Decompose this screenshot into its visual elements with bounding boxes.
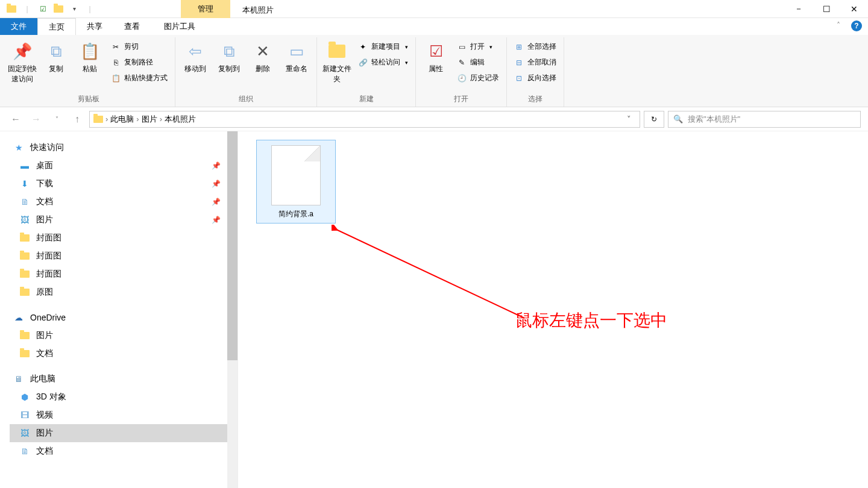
- quick-access-toolbar: | ☑ ▾ |: [0, 2, 96, 16]
- easy-access-icon: 🔗: [358, 58, 368, 67]
- qat-new-folder-icon[interactable]: [52, 2, 65, 16]
- ribbon-group-select: ⊞全部选择 ⊟全部取消 ⊡反向选择 选择: [507, 37, 564, 107]
- new-folder-button[interactable]: 新建文件夹: [322, 40, 352, 84]
- refresh-button[interactable]: ↻: [644, 111, 664, 128]
- thispc-icon: 🖥: [13, 374, 24, 384]
- tree-videos[interactable]: 🎞视频: [10, 406, 237, 424]
- documents-icon: 🗎: [19, 196, 30, 207]
- ribbon-group-open: ☑属性 ▭打开▾ ✎编辑 🕘历史记录 打开: [416, 37, 507, 107]
- tree-cover3[interactable]: 封面图: [10, 265, 237, 283]
- tree-label: 快速访问: [30, 142, 64, 153]
- pin-icon: 📌: [212, 161, 221, 170]
- open-button[interactable]: ▭打开▾: [454, 40, 502, 54]
- history-icon: 🕘: [457, 74, 467, 83]
- breadcrumb[interactable]: › 此电脑 › 图片 › 本机照片 ˅: [89, 111, 640, 128]
- tree-original[interactable]: 原图: [10, 283, 237, 301]
- tab-view[interactable]: 查看: [113, 18, 151, 35]
- edit-button[interactable]: ✎编辑: [454, 55, 502, 69]
- help-icon[interactable]: ?: [851, 20, 862, 31]
- up-button[interactable]: ↑: [69, 111, 86, 128]
- tree-thispc[interactable]: 🖥此电脑: [10, 370, 237, 388]
- folder-icon: [19, 269, 30, 280]
- new-item-icon: ✦: [358, 42, 368, 52]
- select-all-button[interactable]: ⊞全部选择: [512, 40, 559, 54]
- tree-documents[interactable]: 🗎文档📌: [10, 193, 237, 211]
- tree-onedrive[interactable]: ☁OneDrive: [10, 308, 237, 327]
- ribbon-tab-strip: 文件 主页 共享 查看 图片工具 ˄ ?: [0, 18, 868, 35]
- breadcrumb-pictures[interactable]: 图片: [142, 114, 157, 125]
- easy-access-button[interactable]: 🔗轻松访问▾: [356, 55, 410, 69]
- breadcrumb-pc[interactable]: 此电脑: [110, 114, 134, 125]
- objects3d-icon: ⬢: [19, 392, 30, 402]
- back-button[interactable]: ←: [7, 111, 24, 128]
- tree-downloads[interactable]: ⬇下载📌: [10, 175, 237, 193]
- ribbon-collapse-icon[interactable]: ˄: [829, 18, 848, 35]
- pictures-icon: 🖼: [19, 214, 30, 225]
- qat-folder-icon[interactable]: [5, 2, 18, 16]
- select-none-label: 全部取消: [527, 57, 556, 67]
- move-to-button[interactable]: ⇦移动到: [180, 40, 210, 74]
- tree-tp-documents[interactable]: 🗎文档: [10, 442, 237, 460]
- history-button[interactable]: 🕘历史记录: [454, 71, 502, 85]
- paste-button[interactable]: 📋粘贴: [75, 40, 105, 74]
- maximize-button[interactable]: ☐: [813, 0, 840, 18]
- breadcrumb-current[interactable]: 本机照片: [165, 114, 196, 125]
- pin-icon: 📌: [12, 41, 33, 61]
- tree-desktop[interactable]: ▬桌面📌: [10, 157, 237, 175]
- file-item-selected[interactable]: 简约背景.a: [256, 140, 336, 224]
- breadcrumb-dropdown-icon[interactable]: ˅: [622, 114, 636, 124]
- pin-to-quick-button[interactable]: 📌固定到快速访问: [7, 40, 37, 84]
- invert-icon: ⊡: [514, 74, 524, 83]
- copy-path-button[interactable]: ⎘复制路径: [108, 55, 170, 69]
- pin-icon: 📌: [212, 216, 221, 224]
- cut-button[interactable]: ✂剪切: [108, 40, 170, 54]
- tree-od-pictures[interactable]: 图片: [10, 327, 237, 345]
- tree-label: 封面图: [36, 269, 61, 280]
- copy-to-button[interactable]: ⧉复制到: [214, 40, 244, 74]
- qat-properties-icon[interactable]: ☑: [36, 2, 49, 16]
- cut-icon: ✂: [111, 42, 121, 52]
- content-pane[interactable]: 简约背景.a 鼠标左键点一下选中: [238, 131, 868, 488]
- tree-quick-access[interactable]: ★快速访问: [10, 139, 237, 157]
- tree-label: 文档: [36, 446, 53, 457]
- new-item-button[interactable]: ✦新建项目▾: [356, 40, 410, 54]
- tab-picture-tools[interactable]: 图片工具: [153, 18, 206, 35]
- window-title: 本机照片: [242, 2, 274, 16]
- tree-tp-pictures[interactable]: 🖼图片: [10, 424, 237, 442]
- tab-home[interactable]: 主页: [37, 18, 76, 35]
- tree-label: 图片: [36, 214, 53, 225]
- select-none-button[interactable]: ⊟全部取消: [512, 55, 559, 69]
- tab-file[interactable]: 文件: [0, 18, 37, 35]
- tree-od-documents[interactable]: 文档: [10, 345, 237, 363]
- invert-selection-button[interactable]: ⊡反向选择: [512, 71, 559, 85]
- svg-line-0: [336, 230, 524, 318]
- address-bar: ← → ˅ ↑ › 此电脑 › 图片 › 本机照片 ˅ ↻ 🔍 搜索"本机照片": [0, 107, 868, 131]
- search-input[interactable]: 🔍 搜索"本机照片": [668, 111, 861, 128]
- tree-pictures[interactable]: 🖼图片📌: [10, 211, 237, 229]
- copy-button[interactable]: ⧉复制: [41, 40, 71, 74]
- tree-3d-objects[interactable]: ⬢3D 对象: [10, 388, 237, 406]
- new-folder-label: 新建文件夹: [322, 64, 352, 84]
- properties-button[interactable]: ☑属性: [421, 40, 451, 74]
- minimize-button[interactable]: －: [785, 0, 813, 18]
- delete-button[interactable]: ✕删除: [248, 40, 278, 74]
- tab-share[interactable]: 共享: [76, 18, 113, 35]
- file-icon: [271, 145, 321, 205]
- tree-label: 封面图: [36, 251, 61, 261]
- onedrive-icon: ☁: [13, 312, 24, 323]
- ribbon-group-new: 新建文件夹 ✦新建项目▾ 🔗轻松访问▾ 新建: [317, 37, 416, 107]
- tree-cover1[interactable]: 封面图: [10, 229, 237, 247]
- tree-cover2[interactable]: 封面图: [10, 247, 237, 265]
- qat-dropdown-icon[interactable]: ▾: [68, 2, 81, 16]
- new-item-label: 新建项目: [371, 42, 400, 52]
- close-button[interactable]: ✕: [840, 0, 868, 18]
- tree-label: 桌面: [36, 160, 53, 171]
- nav-scrollbar-thumb[interactable]: [227, 131, 237, 360]
- open-icon: ▭: [457, 42, 467, 52]
- forward-button[interactable]: →: [28, 111, 45, 128]
- recent-button[interactable]: ˅: [48, 111, 65, 128]
- rename-icon: ▭: [286, 41, 307, 61]
- paste-shortcut-button[interactable]: 📋粘贴快捷方式: [108, 71, 170, 85]
- rename-button[interactable]: ▭重命名: [281, 40, 312, 74]
- nav-scrollbar[interactable]: [227, 131, 237, 488]
